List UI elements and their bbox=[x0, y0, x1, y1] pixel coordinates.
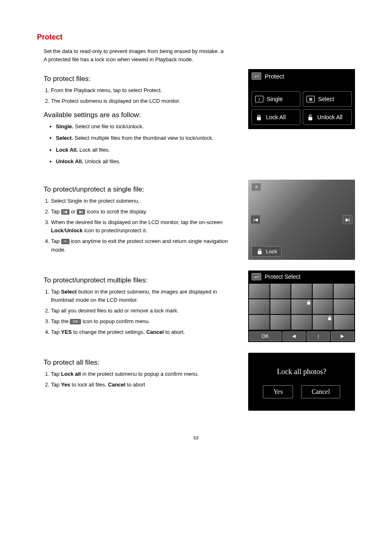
unlock-all-button[interactable]: Unlock All bbox=[303, 109, 352, 125]
list-item: Tap all you desired files to add or remo… bbox=[51, 307, 238, 315]
list-item: Tap YES to change the protect settings, … bbox=[51, 328, 238, 336]
thumbnail[interactable] bbox=[313, 299, 333, 314]
unlock-icon bbox=[307, 114, 314, 120]
list-item: From the Playback menu, tap to select Pr… bbox=[51, 86, 238, 95]
prev-icon: |◀ bbox=[61, 209, 69, 215]
thumbnail[interactable] bbox=[270, 299, 291, 314]
protect-files-heading: To protect files: bbox=[44, 75, 238, 83]
list-item: Tap |◀ or ▶| icons to scroll the display… bbox=[51, 208, 238, 216]
list-item: Unlock All. Unlock all files. bbox=[56, 157, 238, 166]
lock-icon bbox=[256, 248, 263, 254]
single-button[interactable]: 1 Single bbox=[251, 91, 300, 107]
all-files-section: To protect all files: Tap Lock all in th… bbox=[37, 353, 355, 411]
confirm-question: Lock all photos? bbox=[254, 368, 349, 376]
lock-icon bbox=[255, 114, 263, 120]
close-icon[interactable]: × bbox=[251, 183, 261, 191]
select-icon: ▦ bbox=[307, 96, 315, 102]
page-number: 63 bbox=[37, 435, 355, 440]
all-steps: Tap Lock all in the protect submenu to p… bbox=[44, 370, 238, 389]
screen-title: Protect Select bbox=[265, 273, 300, 280]
single-heading: To protect/unprotect a single file: bbox=[44, 185, 238, 194]
thumbnail[interactable] bbox=[249, 284, 270, 298]
available-settings-list: Single. Select one file to lock/unlock. … bbox=[48, 123, 238, 166]
thumbnail[interactable] bbox=[334, 315, 354, 330]
close-icon: × bbox=[61, 239, 69, 244]
page-title: Protect bbox=[37, 33, 355, 42]
thumbnail[interactable] bbox=[313, 284, 333, 298]
nav-next-icon[interactable]: ▶ bbox=[331, 331, 354, 341]
back-icon[interactable]: ⮐ bbox=[251, 273, 261, 280]
single-steps: Select Single in the protect submenu, Ta… bbox=[44, 197, 238, 254]
list-item: Tap Yes to lock all files, Cancel to abo… bbox=[51, 381, 238, 389]
nav-scrub-icon[interactable]: | bbox=[307, 331, 330, 341]
next-icon[interactable]: ▶| bbox=[343, 215, 353, 224]
multiple-steps: Tap Select button in the protect submenu… bbox=[44, 288, 238, 337]
thumbnail[interactable] bbox=[334, 284, 354, 298]
multiple-files-section: To protect/unprotect multiple files: Tap… bbox=[37, 271, 355, 342]
ok-icon: OK bbox=[70, 319, 81, 324]
single-icon: 1 bbox=[255, 96, 263, 102]
thumbnail[interactable] bbox=[334, 299, 354, 314]
thumbnail-grid bbox=[248, 283, 355, 331]
thumbnail[interactable] bbox=[249, 299, 270, 314]
cancel-button[interactable]: Cancel bbox=[301, 385, 340, 398]
thumbnail[interactable] bbox=[270, 284, 291, 298]
protect-select-screenshot: ⮐ Protect Select OK bbox=[248, 271, 355, 342]
protect-files-section: To protect files: From the Playback menu… bbox=[37, 69, 355, 169]
thumbnail[interactable] bbox=[270, 315, 291, 330]
nav-prev-icon[interactable]: ◀ bbox=[282, 331, 306, 341]
list-item: Single. Select one file to lock/unlock. bbox=[56, 123, 238, 131]
thumbnail[interactable] bbox=[291, 284, 312, 298]
list-item: Lock All. Lock all files. bbox=[56, 146, 238, 154]
thumbnail[interactable] bbox=[249, 315, 270, 330]
prev-icon[interactable]: |◀ bbox=[251, 215, 261, 224]
list-item: Select Single in the protect submenu, bbox=[51, 197, 238, 205]
intro-text: Set the data to read-only to prevent ima… bbox=[44, 47, 355, 63]
available-settings-heading: Available settings are as follow: bbox=[44, 111, 238, 119]
list-item: When the desired file is displayed on th… bbox=[51, 218, 238, 235]
next-icon: ▶| bbox=[77, 209, 85, 215]
list-item: Select. Select multiple files from the t… bbox=[56, 134, 238, 142]
list-item: Tap the OK icon to popup confirm menu. bbox=[51, 317, 238, 326]
list-item: The Protect submenu is displayed on the … bbox=[51, 97, 238, 105]
back-icon[interactable]: ⮐ bbox=[251, 72, 261, 80]
yes-button[interactable]: Yes bbox=[263, 385, 293, 398]
ok-button[interactable]: OK bbox=[249, 331, 281, 341]
select-button[interactable]: ▦ Select bbox=[303, 91, 352, 107]
list-item: Tap Select button in the protect submenu… bbox=[51, 288, 238, 304]
multiple-heading: To protect/unprotect multiple files: bbox=[44, 276, 238, 284]
confirm-dialog-screenshot: Lock all photos? Yes Cancel bbox=[248, 353, 355, 411]
protect-menu-screenshot: ⮐ Protect 1 Single ▦ Select Lock All bbox=[248, 69, 355, 129]
thumbnail[interactable] bbox=[291, 299, 312, 314]
protect-files-steps: From the Playback menu, tap to select Pr… bbox=[44, 86, 238, 105]
lock-all-button[interactable]: Lock All bbox=[251, 109, 300, 125]
single-file-section: To protect/unprotect a single file: Sele… bbox=[37, 180, 355, 260]
single-preview-screenshot: × |◀ ▶| Lock bbox=[248, 180, 355, 260]
lock-button[interactable]: Lock bbox=[251, 246, 281, 257]
list-item: Tap Lock all in the protect submenu to p… bbox=[51, 370, 238, 378]
list-item: Tap × icon anytime to exit the protect s… bbox=[51, 237, 238, 254]
all-heading: To protect all files: bbox=[44, 358, 238, 367]
thumbnail[interactable] bbox=[291, 315, 312, 330]
screen-title: Protect bbox=[265, 73, 284, 80]
thumbnail[interactable] bbox=[313, 315, 333, 330]
